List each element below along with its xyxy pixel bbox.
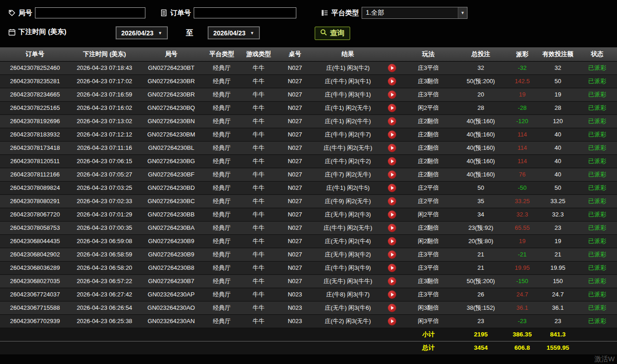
play-button[interactable] xyxy=(388,104,396,112)
cell-valid_bet: 32 xyxy=(538,61,577,74)
cell-platform: 经典厅 xyxy=(203,194,240,208)
cell-payout: 76 xyxy=(506,168,538,181)
cell-time: 2026-04-23 07:01:29 xyxy=(70,208,139,221)
cell-time: 2026-04-23 06:57:22 xyxy=(70,274,139,288)
cell-payout: -150 xyxy=(506,274,538,288)
col-header-platform: 平台类型 xyxy=(203,47,240,61)
cell-result: 庄(牛2) 闲3(无牛) xyxy=(313,314,383,328)
cell-order: 260423078112166 xyxy=(0,168,70,181)
cell-game: 牛牛 xyxy=(240,288,277,301)
list-icon xyxy=(321,9,329,17)
cell-game: 牛牛 xyxy=(240,234,277,248)
play-button[interactable] xyxy=(388,290,396,299)
search-button[interactable]: 查询 xyxy=(315,27,350,40)
play-button[interactable] xyxy=(388,117,396,125)
order-input[interactable] xyxy=(194,7,296,18)
cell-play xyxy=(383,314,401,328)
cell-table_no: N027 xyxy=(277,261,313,274)
cell-table_no: N027 xyxy=(277,114,313,128)
cell-platform: 经典厅 xyxy=(203,261,240,274)
cell-game: 牛牛 xyxy=(240,194,277,208)
col-header-play xyxy=(383,47,401,61)
play-button[interactable] xyxy=(388,250,396,259)
cell-total_bet: 21 xyxy=(456,261,506,274)
cell-table_no: N027 xyxy=(277,168,313,181)
round-label: 局号 xyxy=(18,9,32,17)
cell-time: 2026-04-23 06:59:08 xyxy=(70,234,139,248)
play-button[interactable] xyxy=(388,77,396,85)
watermark-fragment: 激活W xyxy=(594,355,615,364)
play-button[interactable] xyxy=(388,91,396,99)
round-filter-group: 局号 xyxy=(8,7,145,18)
cell-round: GN027264230BN xyxy=(139,114,203,128)
cell-payout: -21 xyxy=(506,248,538,261)
cell-game: 牛牛 xyxy=(240,74,277,88)
col-header-status: 状态 xyxy=(577,47,617,61)
play-button[interactable] xyxy=(388,237,396,245)
cell-result: 庄(无牛) 闲3(牛2) xyxy=(313,248,383,261)
cell-time: 2026-04-23 07:05:27 xyxy=(70,168,139,181)
table-row: 2604230780677202026-04-23 07:01:29GN0272… xyxy=(0,208,617,221)
cell-time: 2026-04-23 06:58:59 xyxy=(70,248,139,261)
table-row: 2604230680429022026-04-23 06:58:59GN0272… xyxy=(0,248,617,261)
col-header-result: 结果 xyxy=(313,47,383,61)
play-button[interactable] xyxy=(388,197,396,205)
cell-bet_type: 庄3平倍 xyxy=(401,88,456,101)
cell-game: 牛牛 xyxy=(240,114,277,128)
play-button[interactable] xyxy=(388,64,396,72)
play-button[interactable] xyxy=(388,157,396,165)
play-button[interactable] xyxy=(388,144,396,152)
cell-result: 庄(无牛) 闲3(牛牛) xyxy=(313,274,383,288)
cell-order: 260423078058753 xyxy=(0,221,70,234)
cell-round: GN027264230BM xyxy=(139,128,203,141)
play-button[interactable] xyxy=(388,184,396,192)
cell-time: 2026-04-23 07:00:35 xyxy=(70,221,139,234)
play-button[interactable] xyxy=(388,171,396,179)
platform-select-value: 1.全部 xyxy=(366,9,384,17)
cell-platform: 经典厅 xyxy=(203,248,240,261)
cell-status: 已派彩 xyxy=(577,221,617,234)
cell-payout: -50 xyxy=(506,181,538,194)
date-to-picker[interactable]: 2026/04/23 ▼ xyxy=(208,27,259,39)
cell-table_no: N023 xyxy=(277,301,313,314)
date-from-picker[interactable]: 2026/04/23 ▼ xyxy=(116,27,167,39)
cell-platform: 经典厅 xyxy=(203,301,240,314)
play-button[interactable] xyxy=(388,317,396,325)
cell-game: 牛牛 xyxy=(240,154,277,168)
cell-result: 庄(无牛) 闲2(牛3) xyxy=(313,208,383,221)
cell-round: GN027264230B9 xyxy=(139,234,203,248)
cell-payout: 32.3 xyxy=(506,208,538,221)
cell-total_bet: 40(预:160) xyxy=(456,128,506,141)
cell-round: GN027264230BG xyxy=(139,154,203,168)
table-row: 2604230781121662026-04-23 07:05:27GN0272… xyxy=(0,168,617,181)
cell-game: 牛牛 xyxy=(240,141,277,154)
cell-game: 牛牛 xyxy=(240,88,277,101)
cell-order: 260423067715588 xyxy=(0,301,70,314)
cell-status: 已派彩 xyxy=(577,61,617,74)
cell-bet_type: 庄2翻倍 xyxy=(401,221,456,234)
play-button[interactable] xyxy=(388,304,396,312)
play-button[interactable] xyxy=(388,224,396,232)
cell-round: GN027264230BR xyxy=(139,74,203,88)
cell-order: 260423078089824 xyxy=(0,181,70,194)
platform-select[interactable]: 1.全部 ▼ xyxy=(362,7,467,19)
play-button[interactable] xyxy=(388,277,396,285)
play-button[interactable] xyxy=(388,210,396,219)
cell-order: 260423068036289 xyxy=(0,261,70,274)
table-row: 2604230781926962026-04-23 07:13:02GN0272… xyxy=(0,114,617,128)
cell-time: 2026-04-23 07:11:16 xyxy=(70,141,139,154)
cell-total_bet: 50 xyxy=(456,181,506,194)
round-input[interactable] xyxy=(35,7,145,18)
bet-time-group: 下注时间 (美东) xyxy=(8,28,66,36)
play-button[interactable] xyxy=(388,131,396,139)
cell-play xyxy=(383,274,401,288)
cell-bet_type: 庄3翻倍 xyxy=(401,74,456,88)
cell-total_bet: 28 xyxy=(456,101,506,114)
col-header-valid_bet: 有效投注额 xyxy=(538,47,577,61)
subtotal-label: 小计 xyxy=(401,328,456,341)
play-button[interactable] xyxy=(388,264,396,272)
cell-status: 已派彩 xyxy=(577,101,617,114)
cell-valid_bet: 23 xyxy=(538,221,577,234)
cell-bet_type: 庄3平倍 xyxy=(401,261,456,274)
table-row: 2604230780587532026-04-23 07:00:35GN0272… xyxy=(0,221,617,234)
